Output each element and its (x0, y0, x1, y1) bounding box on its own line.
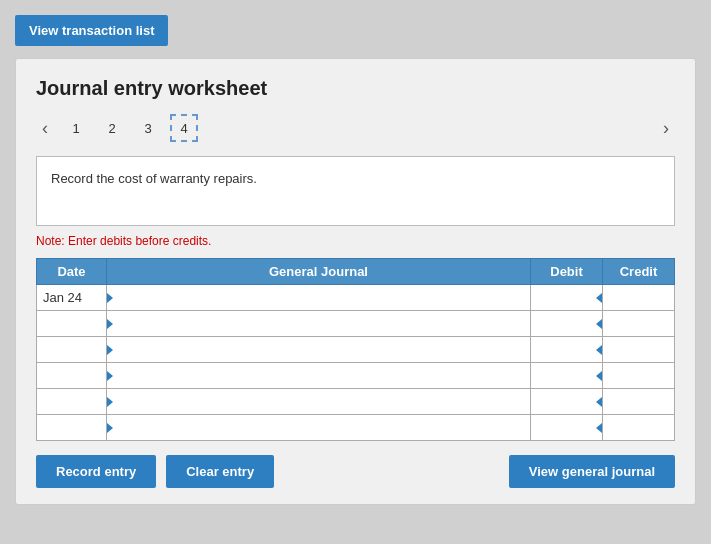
journal-cell-1[interactable] (107, 285, 531, 311)
view-transaction-button[interactable]: View transaction list (15, 15, 168, 46)
outer-container: View transaction list Journal entry work… (15, 15, 696, 505)
date-cell-4 (37, 363, 107, 389)
debit-input-3[interactable] (531, 337, 602, 362)
date-cell-6 (37, 415, 107, 441)
credit-input-4[interactable] (603, 363, 674, 388)
header-date: Date (37, 259, 107, 285)
table-row (37, 415, 675, 441)
debit-input-1[interactable] (531, 285, 602, 310)
credit-cell-1[interactable] (603, 285, 675, 311)
action-buttons: Record entry Clear entry View general jo… (36, 455, 675, 488)
journal-input-5[interactable] (107, 389, 530, 414)
credit-cell-3[interactable] (603, 337, 675, 363)
journal-table: Date General Journal Debit Credit Jan 24 (36, 258, 675, 441)
credit-cell-5[interactable] (603, 389, 675, 415)
description-box: Record the cost of warranty repairs. (36, 156, 675, 226)
debit-cell-1[interactable] (531, 285, 603, 311)
next-arrow[interactable]: › (657, 116, 675, 141)
credit-input-6[interactable] (603, 415, 674, 440)
journal-input-1[interactable] (107, 285, 530, 310)
prev-arrow[interactable]: ‹ (36, 116, 54, 141)
note-text: Note: Enter debits before credits. (36, 234, 675, 248)
debit-cell-6[interactable] (531, 415, 603, 441)
credit-cell-6[interactable] (603, 415, 675, 441)
credit-cell-2[interactable] (603, 311, 675, 337)
step-4[interactable]: 4 (170, 114, 198, 142)
record-entry-button[interactable]: Record entry (36, 455, 156, 488)
journal-input-3[interactable] (107, 337, 530, 362)
credit-cell-4[interactable] (603, 363, 675, 389)
debit-cell-2[interactable] (531, 311, 603, 337)
debit-input-4[interactable] (531, 363, 602, 388)
header-journal: General Journal (107, 259, 531, 285)
credit-input-3[interactable] (603, 337, 674, 362)
date-cell-5 (37, 389, 107, 415)
table-row (37, 389, 675, 415)
header-debit: Debit (531, 259, 603, 285)
debit-input-6[interactable] (531, 415, 602, 440)
journal-cell-6[interactable] (107, 415, 531, 441)
journal-input-6[interactable] (107, 415, 530, 440)
step-3[interactable]: 3 (134, 114, 162, 142)
table-row (37, 337, 675, 363)
worksheet-title: Journal entry worksheet (36, 77, 675, 100)
worksheet-panel: Journal entry worksheet ‹ 1 2 3 4 › Reco… (15, 58, 696, 505)
debit-input-5[interactable] (531, 389, 602, 414)
journal-input-2[interactable] (107, 311, 530, 336)
journal-cell-4[interactable] (107, 363, 531, 389)
debit-cell-4[interactable] (531, 363, 603, 389)
date-cell-1: Jan 24 (37, 285, 107, 311)
step-navigation: ‹ 1 2 3 4 › (36, 114, 675, 142)
view-general-journal-button[interactable]: View general journal (509, 455, 675, 488)
journal-cell-2[interactable] (107, 311, 531, 337)
table-row: Jan 24 (37, 285, 675, 311)
date-cell-2 (37, 311, 107, 337)
debit-cell-5[interactable] (531, 389, 603, 415)
credit-input-5[interactable] (603, 389, 674, 414)
header-credit: Credit (603, 259, 675, 285)
step-2[interactable]: 2 (98, 114, 126, 142)
step-1[interactable]: 1 (62, 114, 90, 142)
debit-input-2[interactable] (531, 311, 602, 336)
table-row (37, 311, 675, 337)
credit-input-2[interactable] (603, 311, 674, 336)
table-row (37, 363, 675, 389)
date-cell-3 (37, 337, 107, 363)
journal-input-4[interactable] (107, 363, 530, 388)
credit-input-1[interactable] (603, 285, 674, 310)
clear-entry-button[interactable]: Clear entry (166, 455, 274, 488)
journal-cell-5[interactable] (107, 389, 531, 415)
journal-cell-3[interactable] (107, 337, 531, 363)
debit-cell-3[interactable] (531, 337, 603, 363)
